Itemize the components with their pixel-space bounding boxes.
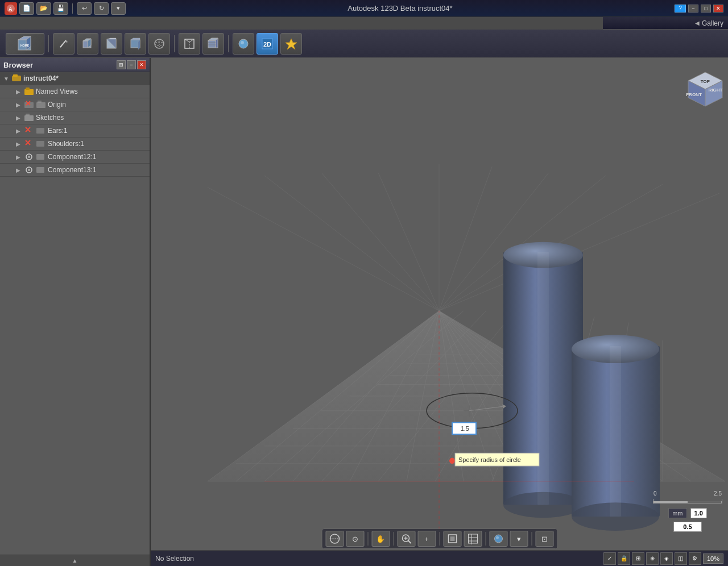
section-status-button[interactable]: ◫ — [675, 552, 687, 565]
shoulders-label: Shoulders:1 — [48, 140, 84, 148]
origin-arrow[interactable]: ▶ — [16, 102, 24, 108]
tree-item-component12[interactable]: ▶ Component12:1 — [0, 151, 150, 164]
browser-close-button[interactable]: ✕ — [137, 60, 146, 69]
restore-button[interactable]: □ — [701, 5, 711, 13]
viewcube-front-label: FRONT — [686, 92, 702, 97]
help-button[interactable]: ? — [675, 5, 686, 13]
named-views-arrow[interactable]: ▶ — [16, 89, 24, 95]
origin-label: Origin — [48, 101, 66, 109]
toolbar-separator-3 — [228, 35, 229, 52]
status-text: No Selection — [155, 555, 194, 563]
browser-content[interactable]: ▼ instruct04* ▶ Named Views ▶ — [0, 72, 150, 555]
visual-style-button[interactable] — [464, 531, 482, 547]
minimize-button[interactable]: − — [688, 5, 698, 13]
tree-item-component13[interactable]: ▶ Component13:1 — [0, 164, 150, 177]
snap-status-button[interactable]: ⊕ — [646, 552, 659, 565]
more-button[interactable]: ▾ — [111, 2, 126, 15]
component13-arrow[interactable]: ▶ — [16, 167, 24, 173]
home-view-button[interactable]: HOME — [6, 33, 44, 55]
bt-sep-5 — [531, 532, 532, 546]
gallery-label[interactable]: Gallery — [702, 19, 723, 27]
svg-marker-17 — [138, 40, 140, 49]
origin-redx-icon — [24, 100, 34, 109]
pan-button[interactable]: ✋ — [371, 531, 390, 547]
box-view-button[interactable] — [77, 33, 98, 55]
browser-collapse-button[interactable]: − — [127, 60, 136, 69]
tree-item-sketches[interactable]: ▶ Sketches — [0, 111, 150, 124]
bottom-toolbar: ⊙ ✋ + ▾ ⊡ — [321, 528, 557, 549]
pencil-tool-button[interactable] — [53, 33, 75, 55]
svg-rect-36 — [13, 74, 18, 77]
component12-vis-icon — [24, 152, 34, 161]
front-view-button[interactable] — [125, 33, 146, 55]
scale-line-container — [653, 499, 722, 503]
rotate-view-button[interactable] — [148, 33, 170, 55]
main-area: Browser ⊞ − ✕ ▼ instruct04* ▶ — [0, 58, 728, 566]
tree-item-shoulders[interactable]: ▶ Shoulders:1 — [0, 138, 150, 151]
svg-rect-25 — [208, 40, 216, 48]
save-button[interactable]: 💾 — [53, 2, 68, 15]
scale-value-display: 1.0 — [690, 508, 707, 518]
browser-scroll-bottom: ▲ — [0, 555, 150, 566]
orbit-boundary-button[interactable] — [325, 531, 344, 547]
material-status-button[interactable]: ◈ — [660, 552, 673, 565]
svg-rect-135 — [450, 536, 454, 541]
shoulders-arrow[interactable]: ▶ — [16, 141, 24, 147]
open-button[interactable]: 📂 — [36, 2, 51, 15]
redo-button[interactable]: ↻ — [94, 2, 109, 15]
root-expand-arrow[interactable]: ▼ — [3, 76, 11, 82]
tree-root-item[interactable]: ▼ instruct04* — [0, 72, 150, 85]
checkmark-status-button[interactable]: ✓ — [603, 552, 616, 565]
2d-button[interactable]: 2D — [257, 33, 278, 55]
svg-rect-51 — [36, 141, 44, 147]
tree-item-ears[interactable]: ▶ Ears:1 — [0, 124, 150, 138]
snap-button[interactable] — [443, 531, 461, 547]
viewcube[interactable]: TOP FRONT RIGHT — [677, 64, 722, 109]
render-button[interactable] — [233, 33, 254, 55]
highlight-button[interactable] — [280, 33, 302, 55]
grid-status-button[interactable]: ⊞ — [632, 552, 644, 565]
zoom-button[interactable] — [397, 531, 415, 547]
viewport[interactable]: 1.5 Specify radius of circle — [151, 58, 728, 566]
scale-right-tick — [722, 499, 722, 503]
root-icon — [11, 74, 22, 83]
settings-status-button[interactable]: ⚙ — [689, 552, 701, 565]
svg-point-53 — [28, 156, 30, 158]
window-controls: ? − □ ✕ — [675, 5, 723, 13]
svg-rect-57 — [36, 167, 44, 173]
sketches-arrow[interactable]: ▶ — [16, 115, 24, 121]
frame-all-button[interactable]: ⊡ — [535, 531, 553, 547]
tree-item-origin[interactable]: ▶ Origin — [0, 98, 150, 111]
svg-point-56 — [28, 169, 30, 171]
undo-button[interactable]: ↩ — [77, 2, 92, 15]
svg-rect-42 — [36, 102, 46, 108]
scale-unit-button[interactable]: mm — [668, 508, 686, 518]
new-button[interactable]: 📄 — [19, 2, 34, 15]
scale-bar-visual — [653, 501, 722, 503]
tree-item-named-views[interactable]: ▶ Named Views — [0, 85, 150, 98]
zoom-percent-button[interactable]: 10% — [703, 553, 723, 564]
svg-text:2D: 2D — [263, 41, 271, 48]
top-view-button[interactable] — [101, 33, 122, 55]
shaded-button[interactable] — [202, 33, 224, 55]
lock-status-button[interactable]: 🔒 — [618, 552, 630, 565]
close-button[interactable]: ✕ — [713, 5, 723, 13]
render-mode-button[interactable] — [489, 531, 507, 547]
named-views-folder-icon — [24, 87, 34, 96]
browser-tile-button[interactable]: ⊞ — [117, 60, 126, 69]
more-options-button[interactable]: ▾ — [510, 531, 528, 547]
ears-arrow[interactable]: ▶ — [16, 128, 24, 134]
toolbar-separator-2 — [174, 35, 175, 52]
component12-arrow[interactable]: ▶ — [16, 154, 24, 160]
gallery-arrow-icon: ◀ — [695, 20, 700, 26]
wireframe-button[interactable] — [179, 33, 200, 55]
orbit-button[interactable]: ⊙ — [346, 531, 364, 547]
viewcube-top-label: TOP — [701, 79, 710, 84]
svg-marker-7 — [66, 40, 68, 43]
named-views-label: Named Views — [36, 88, 78, 95]
look-at-button[interactable]: + — [417, 531, 436, 547]
gallery-bar: ◀ Gallery — [603, 17, 728, 30]
toolbar-separator-1 — [48, 35, 49, 52]
svg-text:HOME: HOME — [20, 44, 30, 47]
bt-sep-4 — [485, 532, 486, 546]
